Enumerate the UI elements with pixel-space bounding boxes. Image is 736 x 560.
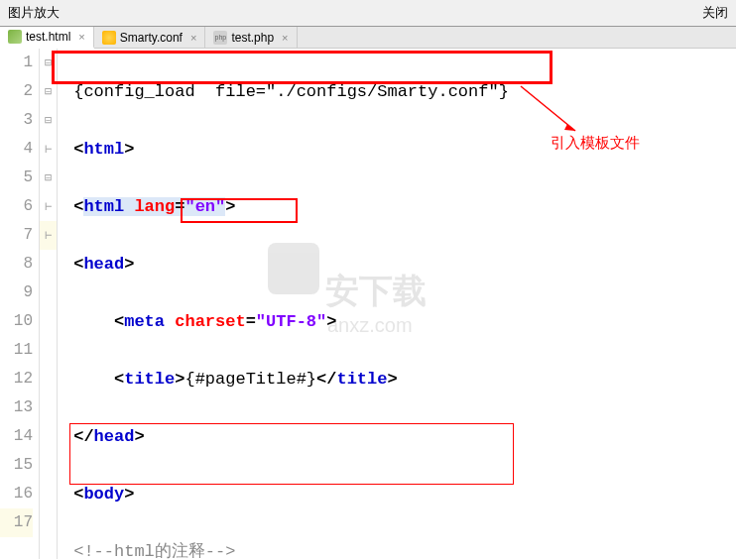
line-number: 8 bbox=[0, 250, 33, 279]
code-line: </head> bbox=[63, 422, 736, 451]
line-number: 5 bbox=[0, 164, 33, 192]
smarty-directive: {config_load file="./configs/Smarty.conf… bbox=[73, 82, 509, 101]
line-number: 9 bbox=[0, 279, 33, 307]
attr: lang bbox=[134, 197, 175, 216]
line-number: 6 bbox=[0, 192, 33, 221]
fold[interactable]: ⊟ bbox=[40, 49, 57, 77]
fold[interactable]: ⊢ bbox=[40, 192, 57, 221]
line-number: 3 bbox=[0, 106, 33, 135]
line-number: 1 bbox=[0, 49, 33, 77]
tab-test-html[interactable]: test.html × bbox=[0, 27, 94, 49]
code-line: <title>{#pageTitle#}</title> bbox=[63, 365, 736, 393]
tab-label: test.php bbox=[231, 31, 274, 45]
tag: html bbox=[83, 197, 124, 216]
val: "en" bbox=[184, 197, 225, 216]
fold[interactable]: ⊢ bbox=[40, 221, 57, 250]
close-icon[interactable]: × bbox=[78, 31, 84, 43]
close-button[interactable]: 关闭 bbox=[702, 4, 728, 22]
code-line: <head> bbox=[63, 250, 736, 279]
annotation-text: 引入模板文件 bbox=[551, 134, 640, 153]
line-number: 17 bbox=[0, 508, 33, 537]
tag: head bbox=[94, 427, 135, 446]
code-editor[interactable]: 1 2 3 4 5 6 7 8 9 10 11 12 13 14 15 16 1… bbox=[0, 49, 736, 559]
line-number: 11 bbox=[0, 336, 33, 365]
line-number: 12 bbox=[0, 365, 33, 393]
fold-gutter: ⊟ ⊟ ⊟ ⊢ ⊟ ⊢ ⊢ bbox=[40, 49, 58, 559]
tab-smarty-conf[interactable]: Smarty.conf × bbox=[94, 27, 206, 48]
code-line: <meta charset="UTF-8"> bbox=[63, 307, 736, 336]
line-number: 4 bbox=[0, 135, 33, 164]
line-gutter: 1 2 3 4 5 6 7 8 9 10 11 12 13 14 15 16 1… bbox=[0, 49, 40, 559]
close-icon[interactable]: × bbox=[282, 32, 288, 44]
attr: charset bbox=[175, 312, 245, 331]
code-area[interactable]: {config_load file="./configs/Smarty.conf… bbox=[58, 49, 736, 559]
fold[interactable]: ⊟ bbox=[40, 164, 57, 192]
editor-tabs: test.html × Smarty.conf × php test.php × bbox=[0, 27, 736, 49]
code-line: <body> bbox=[63, 480, 736, 508]
conf-icon bbox=[102, 31, 116, 45]
html-icon bbox=[8, 30, 22, 44]
tag: html bbox=[83, 140, 124, 159]
smarty-var: {#pageTitle#} bbox=[184, 370, 316, 389]
tab-label: test.html bbox=[26, 30, 70, 44]
close-icon[interactable]: × bbox=[190, 32, 196, 44]
code-line: <!--html的注释--> bbox=[63, 537, 736, 560]
line-number: 10 bbox=[0, 307, 33, 336]
modal-title: 图片放大 bbox=[8, 4, 60, 22]
tag: title bbox=[336, 370, 387, 389]
php-icon: php bbox=[213, 31, 227, 45]
line-number: 2 bbox=[0, 77, 33, 106]
tag: body bbox=[83, 485, 124, 504]
modal-header: 图片放大 关闭 bbox=[0, 0, 736, 27]
code-line: <html lang="en"> bbox=[63, 192, 736, 221]
tag: title bbox=[124, 370, 175, 389]
html-comment: <!--html的注释--> bbox=[73, 542, 235, 560]
val: "UTF-8" bbox=[256, 312, 326, 331]
line-number: 13 bbox=[0, 393, 33, 422]
tag: meta bbox=[124, 312, 165, 331]
fold[interactable]: ⊢ bbox=[40, 135, 57, 164]
line-number: 14 bbox=[0, 422, 33, 451]
tag: head bbox=[83, 255, 124, 274]
tab-test-php[interactable]: php test.php × bbox=[205, 27, 297, 48]
tab-label: Smarty.conf bbox=[120, 31, 183, 45]
code-line: {config_load file="./configs/Smarty.conf… bbox=[63, 77, 736, 106]
fold[interactable]: ⊟ bbox=[40, 77, 57, 106]
line-number: 15 bbox=[0, 451, 33, 480]
fold[interactable]: ⊟ bbox=[40, 106, 57, 135]
line-number: 7 bbox=[0, 221, 33, 250]
line-number: 16 bbox=[0, 480, 33, 508]
